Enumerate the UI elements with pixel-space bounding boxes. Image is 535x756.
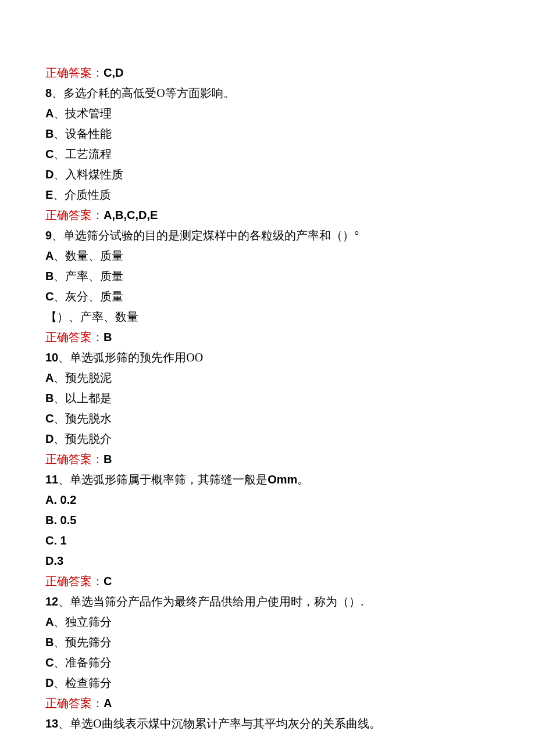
question-9: 9、单选筛分试验的目的是测定煤样中的各粒级的产率和（）° (45, 225, 490, 246)
option-c: C、预先脱水 (45, 409, 490, 429)
option-a: A、技术管理 (45, 103, 490, 124)
answer-value: A,B,C,D,E (104, 209, 158, 221)
question-text: 、单选O曲线表示煤中沉物累计产率与其平均灰分的关系曲线。 (58, 717, 380, 730)
option-letter: D (45, 432, 54, 445)
option-text: 、准备筛分 (54, 656, 112, 669)
option-c: C、工艺流程 (45, 144, 490, 164)
option-d: D、预先脱介 (45, 429, 490, 449)
option-letter: C (45, 290, 54, 303)
answer-value: A (104, 697, 112, 710)
option-letter: B (45, 392, 54, 404)
option-text: 、预先脱泥 (54, 371, 112, 384)
option-c: C. 1 (45, 531, 490, 551)
option-text: 、数量、质量 (54, 249, 123, 262)
question-number: 13 (45, 717, 58, 730)
answer-line-11: 正确答案：C (45, 571, 490, 592)
question-number: 8 (45, 87, 52, 99)
option-letter: A (45, 371, 54, 384)
option-b: B、预先筛分 (45, 632, 490, 653)
option-d: D、入料煤性质 (45, 164, 490, 185)
option-d: 【）、产率、数量 (45, 307, 490, 327)
option-letter: C (45, 148, 54, 160)
option-letter: A (45, 615, 54, 628)
option-letter: D (45, 676, 54, 689)
question-13: 13、单选O曲线表示煤中沉物累计产率与其平均灰分的关系曲线。 (45, 714, 490, 734)
question-number: 10 (45, 351, 58, 364)
option-b: B、产率、质量 (45, 266, 490, 286)
question-12: 12、单选当筛分产品作为最终产品供给用户使用时，称为（）. (45, 592, 490, 612)
answer-label: 正确答案： (45, 453, 104, 465)
answer-line-9: 正确答案：B (45, 327, 490, 347)
option-text: 、预先脱水 (54, 412, 112, 425)
question-text-tail: 。 (297, 473, 309, 486)
option-letter: A (45, 107, 54, 120)
answer-label: 正确答案： (45, 697, 104, 710)
question-number: 12 (45, 595, 58, 608)
answer-value: B (104, 331, 112, 343)
question-number: 9 (45, 229, 52, 242)
option-letter: B (45, 127, 54, 140)
answer-value: B (104, 453, 112, 465)
question-text: 、单选筛分试验的目的是测定煤样中的各粒级的产率和（）° (52, 229, 359, 242)
option-letter: E (45, 188, 53, 201)
question-10: 10、单选弧形筛的预先作用OO (45, 347, 490, 368)
option-text: 、设备性能 (54, 127, 112, 140)
question-8: 8、多选介耗的高低受O等方面影响。 (45, 83, 490, 103)
answer-line-8: 正确答案：A,B,C,D,E (45, 205, 490, 225)
answer-label: 正确答案： (45, 331, 104, 343)
option-b: B、以上都是 (45, 388, 490, 409)
question-text: 、单选当筛分产品作为最终产品供给用户使用时，称为（）. (58, 595, 363, 608)
option-text: 、工艺流程 (54, 148, 112, 160)
option-a: A、预先脱泥 (45, 368, 490, 388)
option-text: 、介质性质 (53, 188, 111, 201)
question-text-inline: Omm (268, 473, 297, 486)
answer-label: 正确答案： (45, 66, 104, 79)
option-a: A、独立筛分 (45, 612, 490, 632)
answer-line-12: 正确答案：A (45, 693, 490, 714)
option-text: 、预先脱介 (54, 432, 112, 445)
option-text: 、以上都是 (54, 392, 112, 404)
answer-value: C,D (104, 66, 123, 79)
option-text: 、产率、质量 (54, 270, 123, 282)
option-letter: C (45, 412, 54, 425)
document-page: 正确答案：C,D 8、多选介耗的高低受O等方面影响。 A、技术管理 B、设备性能… (0, 0, 535, 756)
answer-value: C (104, 575, 112, 587)
option-letter: D (45, 168, 54, 181)
question-text: 、单选弧形筛的预先作用OO (58, 351, 203, 364)
option-b: B、设备性能 (45, 124, 490, 144)
answer-label: 正确答案： (45, 575, 104, 587)
option-text: 【）、产率、数量 (45, 310, 138, 323)
option-letter: A (45, 249, 54, 262)
option-text: 、入料煤性质 (54, 168, 123, 181)
option-e: E、介质性质 (45, 185, 490, 205)
answer-line-10: 正确答案：B (45, 449, 490, 470)
option-d: D、检查筛分 (45, 673, 490, 693)
question-number: 11 (45, 473, 58, 486)
question-11: 11、单选弧形筛属于概率筛，其筛缝一般是Omm。 (45, 470, 490, 490)
answer-label: 正确答案： (45, 209, 104, 221)
option-a: A. 0.2 (45, 490, 490, 510)
option-text: 、预先筛分 (54, 636, 112, 648)
question-text: 、多选介耗的高低受O等方面影响。 (52, 87, 234, 99)
option-letter: C (45, 656, 54, 669)
option-c: C、灰分、质量 (45, 286, 490, 307)
option-c: C、准备筛分 (45, 653, 490, 673)
option-b: B. 0.5 (45, 510, 490, 531)
option-text: 、灰分、质量 (54, 290, 123, 303)
option-a: A、数量、质量 (45, 246, 490, 266)
option-letter: B (45, 270, 54, 282)
option-letter: B (45, 636, 54, 648)
option-text: 、独立筛分 (54, 615, 112, 628)
option-d: D.3 (45, 551, 490, 571)
option-text: 、检查筛分 (54, 676, 112, 689)
answer-line-7: 正确答案：C,D (45, 63, 490, 83)
option-text: 、技术管理 (54, 107, 112, 120)
question-text: 、单选弧形筛属于概率筛，其筛缝一般是 (58, 473, 268, 486)
